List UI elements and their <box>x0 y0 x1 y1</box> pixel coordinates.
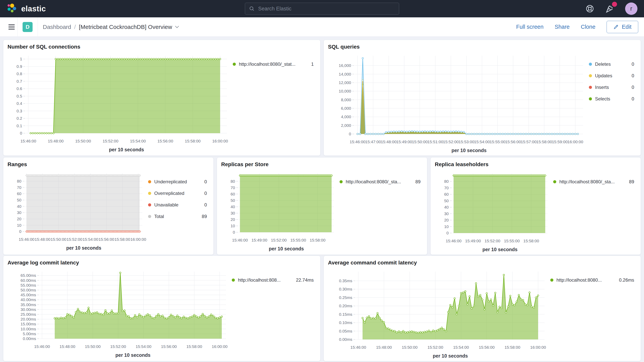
svg-text:15:46:00: 15:46:00 <box>350 140 366 144</box>
svg-text:25.00ms: 25.00ms <box>20 312 36 316</box>
clone-button[interactable]: Clone <box>581 24 596 30</box>
svg-text:10: 10 <box>17 223 22 228</box>
svg-text:15:57:00: 15:57:00 <box>521 140 536 144</box>
svg-text:0.30ms: 0.30ms <box>339 287 352 291</box>
sql-queries-chart[interactable]: 16,00014,00012,00010,0008,0006,0004,0002… <box>328 51 587 155</box>
legend-value: 0 <box>629 73 634 78</box>
dashboard-toolbar: D Dashboard / [Metricbeat CockroachDB] O… <box>0 17 644 36</box>
svg-text:15:58:00: 15:58:00 <box>185 139 201 143</box>
svg-text:0.4: 0.4 <box>16 101 22 106</box>
legend-item[interactable]: http://localhost:8080/_stat...1 <box>233 62 314 67</box>
legend-item[interactable]: http://localhost:8080/_sta...89 <box>340 179 420 184</box>
svg-text:15:55:00: 15:55:00 <box>504 239 520 243</box>
menu-button[interactable] <box>6 22 17 32</box>
chart-svg-replicas-per-store: 8070605040302010015:46:0015:49:0015:52:0… <box>221 168 338 252</box>
svg-text:15:51:00: 15:51:00 <box>428 140 443 144</box>
legend-item[interactable]: Unavailable0 <box>148 202 207 208</box>
replicas-per-store-chart[interactable]: 8070605040302010015:46:0015:49:0015:52:0… <box>221 168 338 254</box>
legend-item[interactable]: Underreplicated0 <box>148 179 207 184</box>
legend-item[interactable]: Overreplicated0 <box>148 191 207 196</box>
svg-text:45.00ms: 45.00ms <box>20 292 36 297</box>
svg-text:15:47:00: 15:47:00 <box>365 140 381 144</box>
panel-title: Ranges <box>8 161 209 168</box>
newsfeed-icon[interactable] <box>605 4 614 13</box>
svg-text:per 10 seconds: per 10 seconds <box>433 353 468 358</box>
svg-text:15:48:00: 15:48:00 <box>381 140 396 144</box>
legend-value: 0.26ms <box>616 278 634 283</box>
legend-item[interactable]: http://localhost:808...22.74ms <box>232 278 314 283</box>
legend-item[interactable]: http://localhost:8080...0.26ms <box>550 278 634 283</box>
command-commit-latency-chart[interactable]: 0.35ms0.30ms0.25ms0.20ms0.15ms0.10ms0.05… <box>328 266 549 360</box>
elastic-brand[interactable]: elastic <box>6 3 46 14</box>
dashboard-grid: Number of SQL connections 10.90.80.70.60… <box>0 36 644 362</box>
svg-text:70: 70 <box>230 186 235 190</box>
legend-dot <box>148 203 151 206</box>
panel-title: Average command commit latency <box>328 260 636 266</box>
svg-text:0.8: 0.8 <box>16 72 22 76</box>
replica-leaseholders-chart[interactable]: 8070605040302010015:46:0015:49:0015:52:0… <box>435 168 552 254</box>
legend-label: Deletes <box>595 62 611 67</box>
search-input[interactable] <box>258 6 395 12</box>
full-screen-button[interactable]: Full screen <box>516 24 544 30</box>
legend-dot <box>232 278 235 282</box>
breadcrumb: Dashboard / [Metricbeat CockroachDB] Ove… <box>43 24 179 30</box>
log-commit-latency-chart[interactable]: 65.00ms60.00ms55.00ms50.00ms45.00ms40.00… <box>8 266 230 360</box>
legend-dot <box>553 180 556 183</box>
svg-text:15:58:00: 15:58:00 <box>536 140 552 144</box>
sql-connections-chart[interactable]: 10.90.80.70.60.50.40.30.20.1015:46:0015:… <box>8 51 231 155</box>
svg-text:16:00:00: 16:00:00 <box>212 139 228 143</box>
legend-item[interactable]: Selects0 <box>589 96 634 102</box>
svg-text:15:46:00: 15:46:00 <box>446 239 462 243</box>
svg-text:12,000: 12,000 <box>339 80 351 85</box>
legend-value: 0 <box>629 62 634 67</box>
edit-button[interactable]: Edit <box>606 21 638 33</box>
svg-text:0.00ms: 0.00ms <box>23 336 36 341</box>
svg-text:70: 70 <box>444 186 449 190</box>
ranges-chart[interactable]: 8070605040302010015:46:0015:48:0015:50:0… <box>8 168 146 254</box>
chart-legend: Underreplicated0Overreplicated0Unavailab… <box>146 168 209 254</box>
legend-item[interactable]: Total89 <box>148 214 207 219</box>
svg-text:30.00ms: 30.00ms <box>20 307 36 312</box>
svg-text:15:54:00: 15:54:00 <box>82 237 98 242</box>
legend-item[interactable]: Deletes0 <box>589 62 634 67</box>
svg-text:15:46:00: 15:46:00 <box>19 237 34 242</box>
svg-text:0: 0 <box>20 131 22 135</box>
share-button[interactable]: Share <box>555 24 570 30</box>
pencil-icon <box>613 24 619 30</box>
svg-text:0: 0 <box>233 230 235 234</box>
help-icon[interactable] <box>586 4 594 13</box>
legend-label: Underreplicated <box>154 179 187 184</box>
svg-text:16,000: 16,000 <box>339 63 351 68</box>
svg-text:15:55:00: 15:55:00 <box>290 238 306 242</box>
svg-text:0.2: 0.2 <box>16 116 22 120</box>
svg-text:20: 20 <box>230 217 235 222</box>
svg-text:0.9: 0.9 <box>16 64 22 68</box>
svg-text:2,000: 2,000 <box>341 123 351 128</box>
panel-replica-leaseholders: Replica leaseholders 8070605040302010015… <box>430 157 641 255</box>
legend-value: 1 <box>308 62 314 67</box>
legend-value: 89 <box>412 179 420 184</box>
legend-item[interactable]: Inserts0 <box>589 84 634 90</box>
svg-text:20: 20 <box>17 217 22 221</box>
svg-text:15:54:00: 15:54:00 <box>136 344 151 349</box>
breadcrumb-dashboard-link[interactable]: Dashboard <box>43 24 71 30</box>
svg-text:15:55:00: 15:55:00 <box>490 140 506 144</box>
legend-value: 0 <box>202 191 207 196</box>
svg-text:16:00:00: 16:00:00 <box>212 344 228 349</box>
dashboard-badge[interactable]: D <box>22 22 32 32</box>
avatar[interactable]: r <box>625 2 638 15</box>
svg-text:0.6: 0.6 <box>16 86 22 91</box>
legend-item[interactable]: Updates0 <box>589 73 634 78</box>
legend-dot <box>148 180 151 183</box>
chart-svg-command-commit-latency: 0.35ms0.30ms0.25ms0.20ms0.15ms0.10ms0.05… <box>328 266 549 360</box>
page-title[interactable]: [Metricbeat CockroachDB] Overview <box>79 24 179 30</box>
panel-command-commit-latency: Average command commit latency 0.35ms0.3… <box>324 256 641 361</box>
legend-item[interactable]: http://localhost:8080/_sta...89 <box>553 179 634 184</box>
svg-text:15:52:00: 15:52:00 <box>484 239 500 243</box>
svg-text:15:46:00: 15:46:00 <box>34 344 50 349</box>
svg-text:60: 60 <box>230 192 235 196</box>
svg-text:1: 1 <box>20 57 22 61</box>
chart-legend: http://localhost:8080...0.26ms <box>549 266 636 360</box>
svg-text:15:50:00: 15:50:00 <box>85 344 101 349</box>
svg-text:40: 40 <box>17 204 22 208</box>
